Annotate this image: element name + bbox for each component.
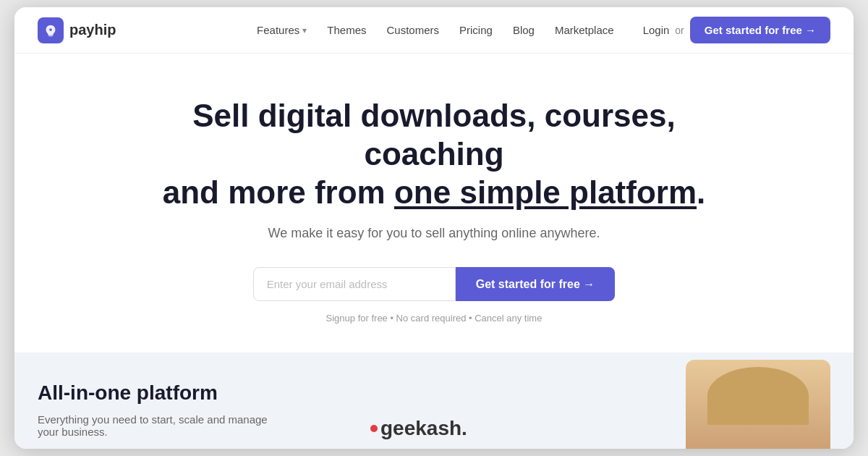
hero-form: Get started for free → bbox=[38, 267, 830, 301]
bottom-title: All-in-one platform bbox=[38, 381, 341, 405]
nav-links: Features ▾ Themes Customers Pricing Blog… bbox=[257, 24, 614, 36]
hero-title-underline: one simple platform bbox=[394, 174, 697, 210]
email-input[interactable] bbox=[253, 267, 456, 301]
geekash-dot-icon bbox=[370, 425, 378, 432]
bottom-description: Everything you need to start, scale and … bbox=[38, 413, 291, 438]
logo-area: payhip bbox=[38, 17, 116, 43]
nav-cta-button[interactable]: Get started for free → bbox=[690, 17, 830, 43]
logo-icon bbox=[38, 17, 64, 43]
nav-link-themes[interactable]: Themes bbox=[327, 24, 366, 36]
hero-title: Sell digital downloads, courses, coachin… bbox=[152, 97, 716, 211]
nav-link-customers[interactable]: Customers bbox=[387, 24, 440, 36]
bottom-right: geekash. bbox=[370, 381, 830, 449]
bottom-section: All-in-one platform Everything you need … bbox=[14, 352, 854, 449]
navbar: payhip Features ▾ Themes Customers Prici… bbox=[14, 7, 854, 54]
nav-link-marketplace[interactable]: Marketplace bbox=[555, 24, 614, 36]
geekash-logo: geekash. bbox=[370, 417, 467, 440]
nav-link-blog[interactable]: Blog bbox=[513, 24, 535, 36]
bottom-left: All-in-one platform Everything you need … bbox=[38, 381, 341, 449]
hero-cta-button[interactable]: Get started for free → bbox=[456, 267, 615, 301]
login-link[interactable]: Login bbox=[643, 24, 670, 36]
nav-actions: Login or Get started for free → bbox=[643, 17, 830, 43]
nav-link-features[interactable]: Features ▾ bbox=[257, 24, 307, 36]
hero-subtitle: We make it easy for you to sell anything… bbox=[38, 226, 830, 241]
small-print: Signup for free • No card required • Can… bbox=[38, 313, 830, 324]
logo-text: payhip bbox=[69, 22, 116, 38]
or-text: or bbox=[675, 25, 684, 36]
person-silhouette bbox=[686, 360, 830, 449]
browser-window: payhip Features ▾ Themes Customers Prici… bbox=[14, 7, 854, 449]
svg-point-0 bbox=[49, 28, 52, 31]
person-image bbox=[686, 360, 830, 449]
chevron-down-icon: ▾ bbox=[302, 25, 307, 35]
hero-section: Sell digital downloads, courses, coachin… bbox=[14, 54, 854, 352]
nav-link-pricing[interactable]: Pricing bbox=[459, 24, 493, 36]
